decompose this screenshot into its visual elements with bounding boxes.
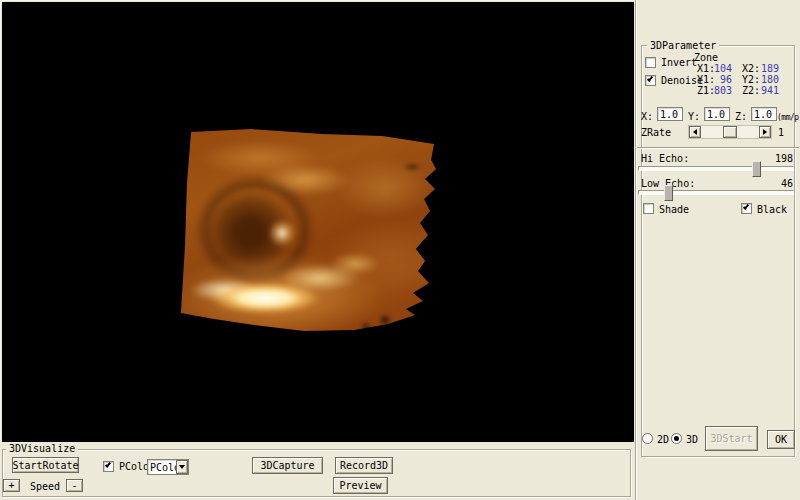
scale-y-label: Y:: [688, 111, 700, 122]
chevron-down-icon: [179, 465, 185, 469]
zone-x1-value: 104: [708, 63, 732, 74]
3dstart-button[interactable]: 3DStart: [705, 426, 758, 451]
hi-echo-label: Hi Echo:: [641, 153, 689, 164]
zrate-right-arrow[interactable]: [759, 126, 771, 138]
start-rotate-button[interactable]: StartRotate: [12, 457, 79, 473]
shade-label: Shade: [659, 204, 689, 215]
invert-checkbox[interactable]: [645, 57, 656, 68]
zrate-scrollbar[interactable]: [688, 125, 772, 139]
black-checkbox[interactable]: [741, 203, 752, 214]
3d-render-viewport[interactable]: [2, 2, 634, 442]
speed-label: Speed: [30, 481, 60, 492]
denoise-checkbox[interactable]: [645, 75, 656, 86]
low-echo-value: 46: [761, 178, 793, 189]
app-window: { "param_panel": { "title": "3DParameter…: [0, 0, 800, 500]
zrate-value: 1: [778, 127, 784, 138]
scale-unit-label: (mm/p): [777, 112, 800, 123]
black-label: Black: [757, 204, 787, 215]
zone-y1-value: 96: [708, 74, 732, 85]
scale-z-label: Z:: [735, 111, 747, 122]
scale-x-input[interactable]: [657, 107, 683, 121]
zone-y2-value: 180: [754, 74, 779, 85]
check-icon: [105, 461, 111, 468]
zrate-left-arrow[interactable]: [689, 126, 701, 138]
zrate-label: ZRate: [641, 127, 671, 138]
zone-z2-value: 941: [754, 85, 779, 96]
mode-3d-radio[interactable]: [671, 433, 682, 444]
zone-x2-value: 189: [754, 63, 779, 74]
mode-3d-label: 3D: [686, 434, 698, 445]
mode-2d-radio[interactable]: [642, 433, 653, 444]
check-icon: [647, 75, 653, 82]
pcolor-checkbox[interactable]: [103, 461, 114, 472]
ultrasound-volume-render: [178, 126, 440, 332]
3dcapture-button[interactable]: 3DCapture: [252, 457, 323, 474]
scale-z-input[interactable]: [751, 107, 777, 121]
low-echo-slider-track[interactable]: [638, 190, 794, 195]
record3d-button[interactable]: Record3D: [335, 457, 393, 474]
zone-z1-value: 803: [708, 85, 732, 96]
hi-echo-slider-thumb[interactable]: [752, 161, 761, 177]
invert-label: Invert: [661, 57, 697, 68]
radio-dot-icon: [674, 436, 679, 441]
arrow-right-icon: [763, 129, 767, 135]
shade-checkbox[interactable]: [643, 203, 654, 214]
visualize-panel: 3DVisualize StartRotate + Speed - PColor…: [0, 442, 635, 500]
pcolor-dropdown-button[interactable]: [176, 460, 188, 474]
scale-x-label: X:: [641, 111, 653, 122]
low-echo-slider-thumb[interactable]: [664, 185, 673, 201]
mode-2d-label: 2D: [657, 434, 669, 445]
arrow-left-icon: [693, 129, 697, 135]
divider: [637, 147, 799, 149]
zrate-scrollbar-thumb[interactable]: [723, 126, 737, 138]
speed-minus-button[interactable]: -: [66, 479, 83, 492]
3dparameter-group-title: 3DParameter: [647, 40, 719, 51]
zone-label: Zone: [694, 52, 718, 63]
check-icon: [743, 203, 749, 210]
3dvisualize-group-title: 3DVisualize: [6, 443, 78, 454]
ok-button[interactable]: OK: [767, 430, 795, 449]
pcolor-dropdown[interactable]: PColor: [147, 459, 189, 475]
speed-plus-button[interactable]: +: [3, 479, 20, 492]
preview-button[interactable]: Preview: [333, 477, 388, 494]
hi-echo-value: 198: [761, 153, 793, 164]
parameter-panel: 3DParameter Invert Denoise Zone X1: 104 …: [635, 0, 800, 500]
hi-echo-slider-track[interactable]: [638, 166, 794, 171]
scale-y-input[interactable]: [704, 107, 730, 121]
ultrasound-texture: [178, 126, 440, 332]
